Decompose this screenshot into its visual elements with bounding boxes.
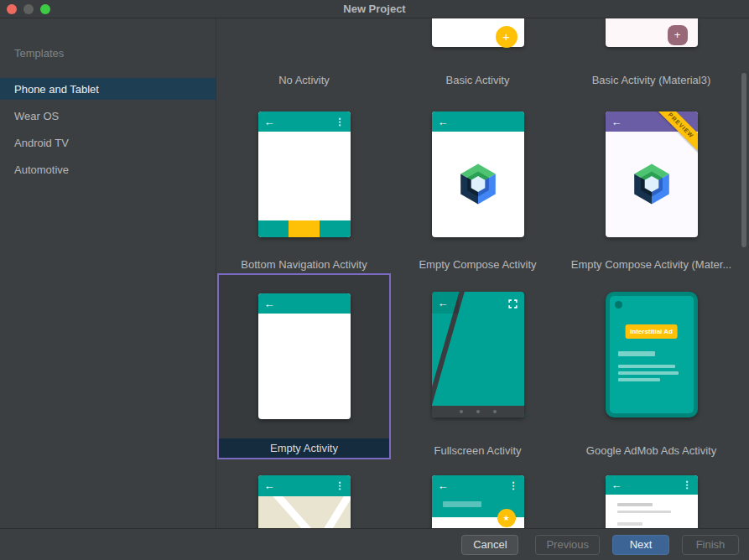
finish-button[interactable]: Finish xyxy=(682,535,739,555)
previous-button[interactable]: Previous xyxy=(535,535,600,555)
bottom-navigation-thumbnail: ← ⋮ xyxy=(258,111,351,237)
template-card-empty-compose-activity-material3[interactable]: ← PREVIEW xyxy=(564,106,738,273)
back-arrow-icon: ← xyxy=(611,479,622,491)
back-arrow-icon: ← xyxy=(438,480,449,492)
back-arrow-icon: ← xyxy=(264,116,275,128)
template-label: Empty Compose Activity xyxy=(391,258,564,271)
template-label: Google AdMob Ads Activity xyxy=(564,444,738,457)
template-card-empty-activity-selected[interactable]: ← Empty Activity xyxy=(217,273,391,459)
back-arrow-icon: ← xyxy=(438,116,449,128)
empty-compose-material3-thumbnail: ← PREVIEW xyxy=(606,111,698,237)
selected-template-label: Empty Activity xyxy=(219,438,389,458)
back-arrow-icon: ← xyxy=(264,298,275,310)
empty-compose-thumbnail: ← xyxy=(432,111,524,237)
fab-plus-icon: + xyxy=(668,25,688,45)
template-card-list[interactable]: ← ⋮ xyxy=(564,472,738,528)
kebab-menu-icon: ⋮ xyxy=(683,480,692,490)
back-arrow-icon: ← xyxy=(264,480,275,492)
cancel-button[interactable]: Cancel xyxy=(461,535,518,555)
template-card-basic-activity-material3[interactable]: + Basic Activity (Material3) xyxy=(564,18,738,92)
template-card-google-admob-ads-activity[interactable]: Interstitial Ad Google AdMob Ads Activit… xyxy=(564,273,738,459)
maps-thumbnail: ← ⋮ xyxy=(258,475,351,528)
titlebar: New Project xyxy=(0,0,749,18)
sidebar-item-label: Phone and Tablet xyxy=(14,83,99,96)
template-label: Bottom Navigation Activity xyxy=(217,258,391,271)
template-label: Fullscreen Activity xyxy=(391,444,564,457)
templates-header: Templates xyxy=(0,47,216,60)
jetpack-compose-logo-icon xyxy=(458,162,498,210)
scrolling-thumbnail: ← ⋮ ★ xyxy=(432,475,524,528)
empty-activity-thumbnail: ← xyxy=(258,293,351,419)
fab-star-icon: ★ xyxy=(497,509,516,527)
sidebar-item-wear-os[interactable]: Wear OS xyxy=(0,105,216,127)
map-graphic xyxy=(258,496,351,528)
kebab-menu-icon: ⋮ xyxy=(335,480,345,491)
back-arrow-icon: ← xyxy=(438,297,449,309)
template-card-no-activity[interactable]: No Activity xyxy=(217,18,391,92)
sidebar-item-android-tv[interactable]: Android TV xyxy=(0,132,216,153)
sidebar-item-automotive[interactable]: Automotive xyxy=(0,158,216,180)
template-grid: No Activity + Basic Activity + Basic Act… xyxy=(216,18,749,528)
next-button[interactable]: Next xyxy=(612,535,669,555)
sidebar-item-phone-and-tablet[interactable]: Phone and Tablet xyxy=(0,78,216,100)
template-card-empty-compose-activity[interactable]: ← Empty Compose Act xyxy=(391,106,564,273)
template-card-basic-activity[interactable]: + Basic Activity xyxy=(391,18,564,92)
sidebar-item-label: Wear OS xyxy=(14,110,59,122)
android-nav-bar xyxy=(432,406,524,417)
window-title: New Project xyxy=(0,0,749,18)
jetpack-compose-logo-icon xyxy=(632,162,672,210)
camera-dot-icon xyxy=(615,301,622,309)
sidebar-item-label: Automotive xyxy=(14,163,69,176)
template-label: Empty Compose Activity (Mater... xyxy=(564,258,738,271)
basic-activity-thumbnail: + xyxy=(432,18,524,47)
fullscreen-corners-icon xyxy=(507,298,518,313)
basic-activity-material3-thumbnail: + xyxy=(606,18,698,47)
templates-sidebar: Templates Phone and Tablet Wear OS Andro… xyxy=(0,18,216,528)
kebab-menu-icon: ⋮ xyxy=(335,117,345,127)
footer-bar: Cancel Previous Next Finish xyxy=(0,528,749,560)
sidebar-item-label: Android TV xyxy=(14,137,69,149)
template-card-scrolling[interactable]: ← ⋮ ★ xyxy=(391,472,564,528)
template-label: Basic Activity xyxy=(391,74,564,86)
list-thumbnail: ← ⋮ xyxy=(606,475,698,528)
interstitial-ad-badge: Interstitial Ad xyxy=(625,324,678,339)
template-card-fullscreen-activity[interactable]: ← Fullscreen Activity xyxy=(391,273,564,459)
bottom-nav-bar xyxy=(258,220,351,237)
template-card-maps[interactable]: ← ⋮ xyxy=(217,472,391,528)
kebab-menu-icon: ⋮ xyxy=(509,480,518,491)
template-label: Basic Activity (Material3) xyxy=(564,74,738,86)
scrollbar-thumb[interactable] xyxy=(741,73,746,247)
template-label: No Activity xyxy=(217,74,391,86)
fab-plus-icon: + xyxy=(496,26,518,48)
new-project-window: New Project Templates Phone and Tablet W… xyxy=(0,0,749,560)
template-card-bottom-navigation-activity[interactable]: ← ⋮ Bottom Navigation Activity xyxy=(217,106,391,273)
admob-thumbnail: Interstitial Ad xyxy=(606,292,698,417)
fullscreen-thumbnail: ← xyxy=(432,292,524,417)
back-arrow-icon: ← xyxy=(611,116,622,128)
